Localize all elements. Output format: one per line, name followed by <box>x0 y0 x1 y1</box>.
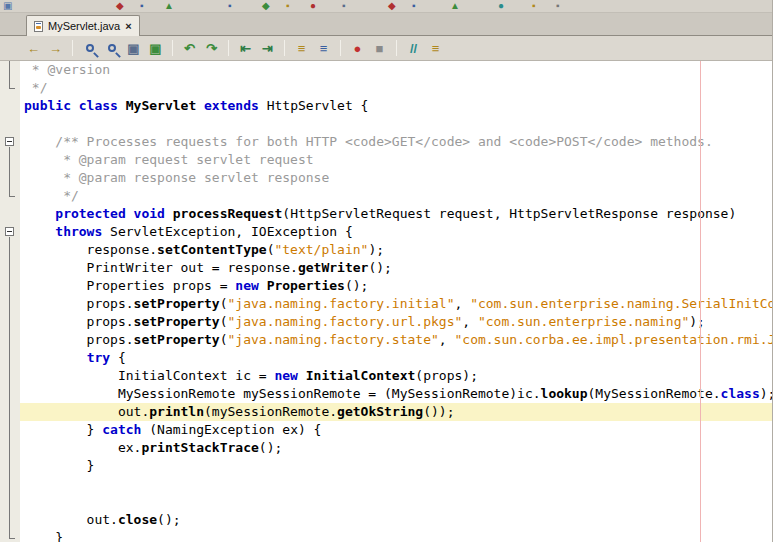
copy-icon[interactable]: ▣ <box>124 39 143 58</box>
indent-icon[interactable]: ≡ <box>292 39 311 58</box>
comment-icon[interactable]: // <box>404 39 423 58</box>
macro-record-icon[interactable]: ● <box>348 39 367 58</box>
code-line: } <box>20 457 772 475</box>
fold-line <box>9 61 10 88</box>
toolbar-icon-3[interactable]: ▲ <box>164 1 174 11</box>
shift-right-icon[interactable]: ⇥ <box>258 39 277 58</box>
toolbar-icon-10[interactable]: ▪ <box>412 1 416 11</box>
code-line <box>20 493 772 511</box>
fold-collapse-icon[interactable] <box>5 137 14 146</box>
jump-forward-icon[interactable]: → <box>46 39 65 58</box>
right-margin-line <box>700 61 701 542</box>
find-selection-icon[interactable] <box>80 39 99 58</box>
shift-left-icon[interactable]: ⇤ <box>236 39 255 58</box>
code-line: */ <box>20 187 772 205</box>
code-line: ex.printStackTrace(); <box>20 439 772 457</box>
fold-corner <box>9 538 15 539</box>
code-line: MySessionRemote mySessionRemote = (MySes… <box>20 385 772 403</box>
code-line: * @param response servlet response <box>20 169 772 187</box>
code-line: response.setContentType("text/plain"); <box>20 241 772 259</box>
toolbar-separator <box>72 40 73 56</box>
toolbar-icon-5[interactable]: ◆ <box>262 1 270 11</box>
code-line: /** Processes requests for both HTTP <co… <box>20 133 772 151</box>
code-line <box>20 115 772 133</box>
toolbar-separator <box>284 40 285 56</box>
toolbar-icon-6[interactable]: ▪ <box>286 1 290 11</box>
toolbar-icon-9[interactable]: ◆ <box>388 1 396 11</box>
tab-close-icon[interactable]: × <box>125 21 131 32</box>
window-icon[interactable]: ▣ <box>3 1 12 11</box>
code-editor[interactable]: * @version */public class MyServlet exte… <box>0 61 772 542</box>
code-line: throws ServletException, IOException { <box>20 223 772 241</box>
code-line: * @version <box>20 61 772 79</box>
code-line: try { <box>20 349 772 367</box>
code-area[interactable]: * @version */public class MyServlet exte… <box>20 61 772 542</box>
toolbar-icon-14[interactable]: ▪ <box>556 1 560 11</box>
toolbar-icon-12[interactable]: ● <box>498 1 504 11</box>
find-occurrence-icon <box>108 44 116 52</box>
toolbar-icon-1[interactable]: ◆ <box>116 1 124 11</box>
main-toolbar-strip: ▣◆▪▲▪◆▪●▪◆▪▲●▪▪ <box>0 0 772 13</box>
find-occurrence-icon[interactable] <box>102 39 121 58</box>
java-file-icon <box>34 21 43 32</box>
code-line: } <box>20 529 772 542</box>
find-selection-icon <box>86 44 94 52</box>
code-line: PrintWriter out = response.getWriter(); <box>20 259 772 277</box>
code-line: } catch (NamingException ex) { <box>20 421 772 439</box>
code-line: out.close(); <box>20 511 772 529</box>
code-line: props.setProperty("java.naming.factory.s… <box>20 331 772 349</box>
code-line-highlighted: out.println(mySessionRemote.getOkString(… <box>20 403 772 421</box>
toolbar-icon-13[interactable]: ▪ <box>532 1 536 11</box>
tab-label: MyServlet.java <box>48 20 120 32</box>
fold-gutter <box>0 61 20 542</box>
toolbar-icon-11[interactable]: ▲ <box>450 1 460 11</box>
document-tab-bar: MyServlet.java × <box>0 13 772 36</box>
toolbar-separator <box>396 40 397 56</box>
toolbar-icon-7[interactable]: ● <box>310 1 316 11</box>
editor-toolbar: ←→▣▣↶↷⇤⇥≡≡●■//≡ <box>0 36 772 61</box>
fold-corner <box>9 196 15 197</box>
find-previous-icon[interactable]: ↶ <box>180 39 199 58</box>
toolbar-separator <box>172 40 173 56</box>
code-line: props.setProperty("java.naming.factory.u… <box>20 313 772 331</box>
tab-myservlet-java[interactable]: MyServlet.java × <box>26 15 140 36</box>
fold-line <box>9 147 10 196</box>
find-next-icon[interactable]: ↷ <box>202 39 221 58</box>
fold-collapse-icon[interactable] <box>5 227 14 236</box>
code-line: */ <box>20 79 772 97</box>
toolbar-icon-4[interactable]: ▪ <box>228 1 232 11</box>
toolbar-separator <box>228 40 229 56</box>
fold-line <box>9 237 10 538</box>
code-line: Properties props = new Properties(); <box>20 277 772 295</box>
code-line: public class MyServlet extends HttpServl… <box>20 97 772 115</box>
code-line <box>20 475 772 493</box>
uncomment-icon[interactable]: ≡ <box>426 39 445 58</box>
format-icon[interactable]: ≡ <box>314 39 333 58</box>
code-line: protected void processRequest(HttpServle… <box>20 205 772 223</box>
toolbar-separator <box>340 40 341 56</box>
code-line: props.setProperty("java.naming.factory.i… <box>20 295 772 313</box>
toolbar-icon-8[interactable]: ▪ <box>342 1 346 11</box>
paste-icon[interactable]: ▣ <box>146 39 165 58</box>
toolbar-icon-2[interactable]: ▪ <box>140 1 144 11</box>
jump-back-icon[interactable]: ← <box>24 39 43 58</box>
code-line: * @param request servlet request <box>20 151 772 169</box>
code-line: InitialContext ic = new InitialContext(p… <box>20 367 772 385</box>
editor-window: ▣◆▪▲▪◆▪●▪◆▪▲●▪▪ MyServlet.java × ←→▣▣↶↷⇤… <box>0 0 773 542</box>
fold-corner <box>9 88 15 89</box>
macro-stop-icon[interactable]: ■ <box>370 39 389 58</box>
